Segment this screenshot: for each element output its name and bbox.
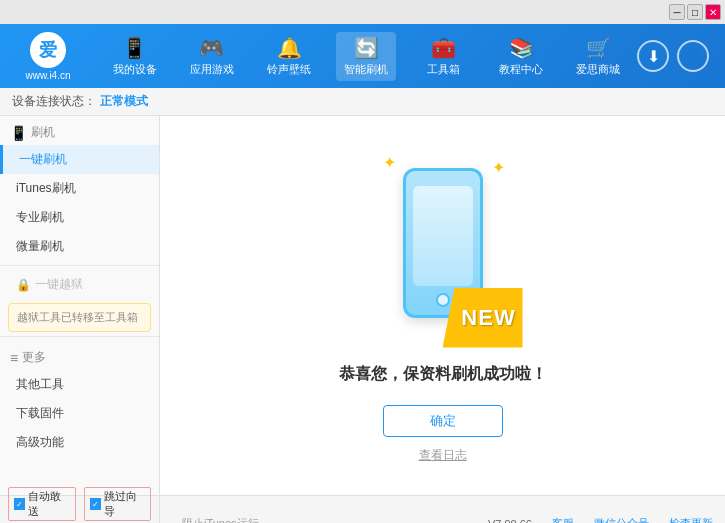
new-badge: NEW <box>443 288 523 348</box>
nav-bar: 📱 我的设备 🎮 应用游戏 🔔 铃声壁纸 🔄 智能刷机 🧰 工具箱 📚 教程中心… <box>96 24 637 88</box>
close-button[interactable]: ✕ <box>705 4 721 20</box>
lock-icon: 🔒 <box>16 278 31 292</box>
full-bottom: ✓ 自动敢送 ✓ 跳过向导 📱 iPhone 12 mini 64GB Down… <box>0 495 725 523</box>
main-layout: 📱 刷机 一键刷机 iTunes刷机 专业刷机 微量刷机 🔒 一键越狱 越狱工具… <box>0 116 725 495</box>
one-click-flash-label: 一键刷机 <box>19 152 67 166</box>
sidebar: 📱 刷机 一键刷机 iTunes刷机 专业刷机 微量刷机 🔒 一键越狱 越狱工具… <box>0 116 160 495</box>
status-value: 正常模式 <box>100 93 148 110</box>
success-message: 恭喜您，保资料刷机成功啦！ <box>339 364 547 385</box>
confirm-button[interactable]: 确定 <box>383 405 503 437</box>
new-badge-text: NEW <box>461 305 515 331</box>
advanced-label: 高级功能 <box>16 435 64 449</box>
checkbox-row: ✓ 自动敢送 ✓ 跳过向导 <box>8 487 151 521</box>
sparkle-1: ✦ <box>383 153 396 172</box>
more-section-icon: ≡ <box>10 350 18 366</box>
logo-url: www.i4.cn <box>25 70 70 81</box>
sidebar-notice: 越狱工具已转移至工具箱 <box>8 303 151 332</box>
sidebar-section-more: ≡ 更多 <box>0 341 159 370</box>
sidebar-divider-1 <box>0 265 159 266</box>
download-button[interactable]: ⬇ <box>637 40 669 72</box>
content-area: ✦ ✦ NEW 恭喜您，保资料刷机成功啦！ 确定 查看日志 <box>160 116 725 495</box>
store-label: 爱思商城 <box>576 62 620 77</box>
ringtone-label: 铃声壁纸 <box>267 62 311 77</box>
itunes-flash-label: iTunes刷机 <box>16 181 76 195</box>
nav-apps-games[interactable]: 🎮 应用游戏 <box>182 32 242 81</box>
sidebar-item-itunes-flash[interactable]: iTunes刷机 <box>0 174 159 203</box>
logo-icon: 爱 <box>30 32 66 68</box>
apps-games-label: 应用游戏 <box>190 62 234 77</box>
customer-service-link[interactable]: 客服 <box>552 516 574 523</box>
sidebar-item-download-firmware[interactable]: 下载固件 <box>0 399 159 428</box>
micro-flash-label: 微量刷机 <box>16 239 64 253</box>
nav-toolbox[interactable]: 🧰 工具箱 <box>414 32 474 81</box>
left-bottom: ✓ 自动敢送 ✓ 跳过向导 📱 iPhone 12 mini 64GB Down… <box>0 496 160 523</box>
pro-flash-label: 专业刷机 <box>16 210 64 224</box>
phone-button <box>436 293 450 307</box>
nav-ringtone[interactable]: 🔔 铃声壁纸 <box>259 32 319 81</box>
phone-illustration: ✦ ✦ NEW <box>363 148 523 348</box>
confirm-button-label: 确定 <box>430 412 456 430</box>
status-label: 设备连接状态： <box>12 93 96 110</box>
phone-screen <box>413 186 473 286</box>
skip-guide-checkbox[interactable]: ✓ 跳过向导 <box>84 487 152 521</box>
sidebar-section-flash: 📱 刷机 <box>0 116 159 145</box>
my-device-label: 我的设备 <box>113 62 157 77</box>
sidebar-item-advanced[interactable]: 高级功能 <box>0 428 159 457</box>
skip-guide-label: 跳过向导 <box>104 489 145 519</box>
sidebar-item-other-tools[interactable]: 其他工具 <box>0 370 159 399</box>
flash-section-label: 刷机 <box>31 124 55 141</box>
auto-start-checkmark: ✓ <box>14 498 25 510</box>
itunes-status: 阻止iTunes运行 <box>172 516 259 523</box>
tutorial-label: 教程中心 <box>499 62 543 77</box>
status-bar: 设备连接状态： 正常模式 <box>0 88 725 116</box>
other-tools-label: 其他工具 <box>16 377 64 391</box>
sparkle-2: ✦ <box>492 158 505 177</box>
jailbreak-label: 一键越狱 <box>35 276 83 293</box>
user-button[interactable]: 👤 <box>677 40 709 72</box>
logo[interactable]: 爱 www.i4.cn <box>8 30 88 82</box>
sidebar-item-pro-flash[interactable]: 专业刷机 <box>0 203 159 232</box>
smart-flash-icon: 🔄 <box>354 36 379 60</box>
version-label: V7.98.66 <box>488 518 532 524</box>
my-device-icon: 📱 <box>122 36 147 60</box>
right-bottom: 阻止iTunes运行 V7.98.66 客服 微信公众号 检查更新 <box>160 496 725 523</box>
more-section-label: 更多 <box>22 349 46 366</box>
nav-store[interactable]: 🛒 爱思商城 <box>568 32 628 81</box>
skip-guide-checkmark: ✓ <box>90 498 101 510</box>
toolbox-icon: 🧰 <box>431 36 456 60</box>
minimize-button[interactable]: ─ <box>669 4 685 20</box>
header: 爱 www.i4.cn 📱 我的设备 🎮 应用游戏 🔔 铃声壁纸 🔄 智能刷机 … <box>0 24 725 88</box>
check-update-link[interactable]: 检查更新 <box>669 516 713 523</box>
content-wrapper: ✦ ✦ NEW 恭喜您，保资料刷机成功啦！ 确定 查看日志 <box>160 116 725 495</box>
maximize-button[interactable]: □ <box>687 4 703 20</box>
auto-start-checkbox[interactable]: ✓ 自动敢送 <box>8 487 76 521</box>
apps-games-icon: 🎮 <box>199 36 224 60</box>
nav-tutorial[interactable]: 📚 教程中心 <box>491 32 551 81</box>
store-icon: 🛒 <box>586 36 611 60</box>
toolbox-label: 工具箱 <box>427 62 460 77</box>
header-right: ⬇ 👤 <box>637 40 717 72</box>
smart-flash-label: 智能刷机 <box>344 62 388 77</box>
sidebar-item-one-click-flash[interactable]: 一键刷机 <box>0 145 159 174</box>
title-bar: ─ □ ✕ <box>0 0 725 24</box>
secondary-link[interactable]: 查看日志 <box>419 447 467 464</box>
auto-start-label: 自动敢送 <box>28 489 69 519</box>
nav-my-device[interactable]: 📱 我的设备 <box>105 32 165 81</box>
sidebar-divider-2 <box>0 336 159 337</box>
nav-smart-flash[interactable]: 🔄 智能刷机 <box>336 32 396 81</box>
notice-text: 越狱工具已转移至工具箱 <box>17 311 138 323</box>
sidebar-item-micro-flash[interactable]: 微量刷机 <box>0 232 159 261</box>
download-firmware-label: 下载固件 <box>16 406 64 420</box>
wechat-link[interactable]: 微信公众号 <box>594 516 649 523</box>
celebration-area: ✦ ✦ NEW 恭喜您，保资料刷机成功啦！ 确定 查看日志 <box>339 148 547 464</box>
sidebar-jailbreak-disabled: 🔒 一键越狱 <box>0 270 159 299</box>
flash-section-icon: 📱 <box>10 125 27 141</box>
tutorial-icon: 📚 <box>509 36 534 60</box>
ringtone-icon: 🔔 <box>277 36 302 60</box>
